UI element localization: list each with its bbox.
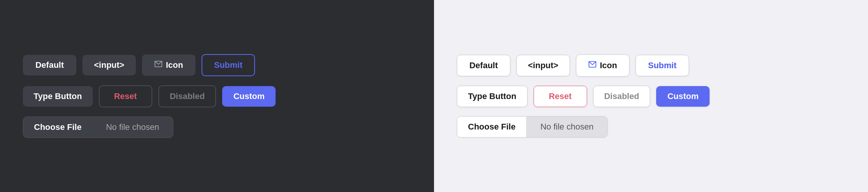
- light-default-button[interactable]: Default: [457, 55, 510, 76]
- mail-icon-light: [588, 60, 597, 71]
- light-row-3: Choose File No file chosen: [457, 116, 608, 138]
- light-input-button[interactable]: <input>: [516, 55, 570, 76]
- dark-submit-button[interactable]: Submit: [202, 54, 255, 76]
- light-file-input[interactable]: Choose File No file chosen: [457, 116, 608, 138]
- light-icon-button-label: Icon: [600, 61, 617, 70]
- dark-disabled-button: Disabled: [158, 85, 216, 107]
- dark-file-input[interactable]: Choose File No file chosen: [23, 117, 173, 138]
- light-custom-button[interactable]: Custom: [656, 86, 710, 107]
- light-submit-button[interactable]: Submit: [636, 55, 689, 76]
- mail-icon: [154, 60, 163, 70]
- light-icon-button[interactable]: Icon: [576, 54, 629, 77]
- dark-icon-button-label: Icon: [166, 60, 183, 70]
- light-panel: Default <input> Icon Submit Type Button …: [434, 0, 868, 192]
- light-reset-button[interactable]: Reset: [534, 86, 587, 107]
- light-choose-file-button[interactable]: Choose File: [457, 117, 527, 137]
- dark-icon-button[interactable]: Icon: [142, 54, 195, 76]
- dark-reset-button[interactable]: Reset: [99, 85, 152, 107]
- light-no-file-label: No file chosen: [527, 117, 607, 137]
- dark-input-button[interactable]: <input>: [82, 55, 136, 75]
- dark-no-file-label: No file chosen: [92, 117, 173, 138]
- dark-row-1: Default <input> Icon Submit: [23, 54, 255, 76]
- dark-custom-button[interactable]: Custom: [222, 86, 276, 107]
- dark-row-3: Choose File No file chosen: [23, 117, 173, 138]
- dark-panel: Default <input> Icon Submit Type Button …: [0, 0, 434, 192]
- dark-typebutton-button[interactable]: Type Button: [23, 86, 93, 107]
- dark-default-button[interactable]: Default: [23, 55, 76, 75]
- light-row-1: Default <input> Icon Submit: [457, 54, 689, 77]
- light-typebutton-button[interactable]: Type Button: [457, 86, 528, 107]
- dark-row-2: Type Button Reset Disabled Custom: [23, 85, 276, 107]
- dark-choose-file-button[interactable]: Choose File: [23, 117, 92, 138]
- light-disabled-button: Disabled: [593, 86, 650, 107]
- light-row-2: Type Button Reset Disabled Custom: [457, 86, 710, 107]
